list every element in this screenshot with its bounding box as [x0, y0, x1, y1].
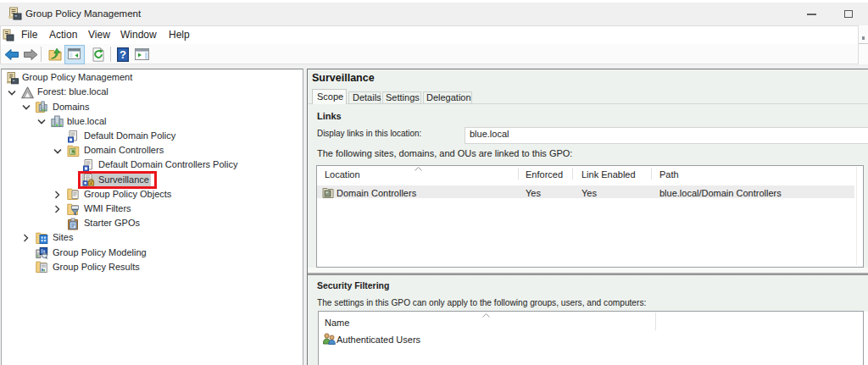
svg-text:?: ? — [120, 48, 126, 61]
